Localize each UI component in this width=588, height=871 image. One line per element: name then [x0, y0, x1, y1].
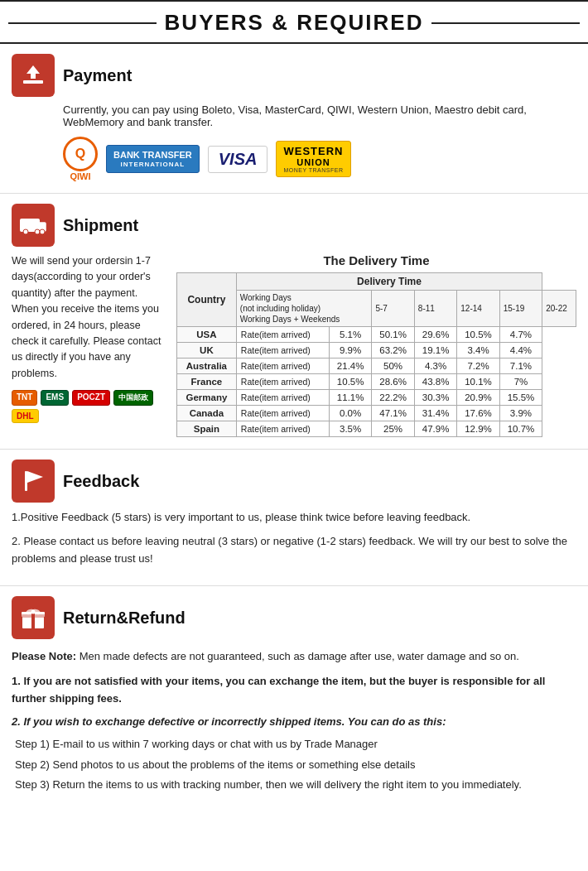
table-row: GermanyRate(item arrived)11.1%22.2%30.3%…	[177, 390, 576, 406]
svg-point-8	[40, 229, 45, 234]
rate-value-cell: 22.2%	[372, 390, 414, 406]
feedback-content: 1.Positive Feedback (5 stars) is very im…	[12, 509, 576, 567]
table-row: SpainRate(item arrived)3.5%25%47.9%12.9%…	[177, 421, 576, 437]
rate-value-cell: 50%	[372, 359, 414, 374]
rate-value-cell: 20.9%	[457, 390, 499, 406]
shipment-section: Shipment We will send your ordersin 1-7 …	[0, 194, 588, 450]
page-header: BUYERS & REQUIRED	[0, 0, 588, 44]
tnt-logo: TNT	[12, 390, 37, 406]
payment-icon-svg	[20, 62, 46, 89]
rate-value-cell: 30.3%	[414, 390, 456, 406]
rate-value-cell: 43.8%	[414, 374, 456, 390]
return-point1: 1. If you are not satisfied with your it…	[12, 672, 576, 708]
rate-value-cell: 4.3%	[414, 359, 456, 374]
rate-value-cell: 7%	[499, 374, 542, 390]
rate-value-cell: 28.6%	[372, 374, 414, 390]
western-union-logo: WESTERN UNION MONEY TRANSFER	[276, 141, 350, 177]
rate-value-cell: 47.1%	[372, 406, 414, 421]
svg-point-6	[23, 229, 28, 234]
shipment-right: The Delivery Time Country Delivery Time …	[176, 253, 576, 437]
return-icon-svg	[19, 604, 47, 632]
wu-name-label: UNION	[283, 157, 343, 167]
return-note-label: Please Note:	[12, 650, 76, 662]
rate-value-cell: 17.6%	[457, 406, 499, 421]
qiwi-label: QIWI	[70, 171, 90, 181]
header-line-right	[431, 22, 580, 24]
shipment-icon-svg	[19, 211, 47, 239]
poczt-logo: POCZT	[72, 390, 110, 406]
rate-value-cell: 12.9%	[457, 421, 499, 437]
visa-logo: VISA	[208, 146, 268, 173]
rate-type-cell: Rate(item arrived)	[236, 390, 329, 406]
feedback-section: Feedback 1.Positive Feedback (5 stars) i…	[0, 450, 588, 586]
return-refund-section: Return&Refund Please Note: Men made defe…	[0, 586, 588, 807]
wu-top-label: WESTERN	[283, 145, 343, 157]
payment-logos: Q QIWI BANK TRANSFER INTERNATIONAL VISA …	[63, 137, 576, 181]
svg-rect-0	[23, 80, 43, 84]
return-step1: Step 1) E-mail to us within 7 working da…	[15, 735, 576, 753]
table-row: USARate(item arrived)5.1%50.1%29.6%10.5%…	[177, 327, 576, 343]
range-5-7: 5-7	[372, 291, 414, 327]
return-point2: 2. If you wish to exchange defective or …	[12, 713, 576, 730]
rate-type-cell: Rate(item arrived)	[236, 421, 329, 437]
rate-value-cell: 10.1%	[457, 374, 499, 390]
range-20-22: 20-22	[542, 291, 576, 327]
country-cell: Germany	[177, 390, 237, 406]
rate-value-cell: 4.7%	[499, 327, 542, 343]
wu-sub-label: MONEY TRANSFER	[283, 167, 343, 173]
rate-value-cell: 10.7%	[499, 421, 542, 437]
svg-marker-1	[27, 65, 40, 79]
bank-transfer-logo: BANK TRANSFER INTERNATIONAL	[106, 145, 200, 174]
table-row: AustraliaRate(item arrived)21.4%50%4.3%7…	[177, 359, 576, 374]
svg-rect-15	[22, 614, 45, 618]
qiwi-circle: Q	[63, 137, 98, 171]
shipment-body-text: We will send your ordersin 1-7 days(acco…	[12, 253, 165, 382]
rate-value-cell: 3.5%	[329, 421, 371, 437]
return-title: Return&Refund	[63, 609, 186, 628]
rate-value-cell: 3.9%	[499, 406, 542, 421]
return-note: Please Note: Men made defects are not gu…	[12, 647, 576, 665]
feedback-icon	[12, 460, 55, 503]
bank-sub-label: INTERNATIONAL	[113, 161, 192, 169]
rate-value-cell: 11.1%	[329, 390, 371, 406]
col-country: Country	[177, 273, 237, 327]
rate-value-cell: 47.9%	[414, 421, 456, 437]
rate-value-cell: 10.5%	[329, 374, 371, 390]
country-cell: Australia	[177, 359, 237, 374]
return-title-row: Return&Refund	[12, 596, 576, 639]
rate-value-cell: 5.1%	[329, 327, 371, 343]
return-icon	[12, 596, 55, 639]
shipment-icon	[12, 204, 55, 247]
svg-rect-10	[25, 471, 27, 491]
shipment-left: We will send your ordersin 1-7 days(acco…	[12, 253, 165, 437]
rate-value-cell: 4.4%	[499, 343, 542, 359]
visa-label: VISA	[219, 150, 258, 168]
payment-title-row: Payment	[12, 54, 576, 97]
country-cell: Spain	[177, 421, 237, 437]
feedback-title: Feedback	[63, 472, 139, 491]
table-row: UKRate(item arrived)9.9%63.2%19.1%3.4%4.…	[177, 343, 576, 359]
range-15-19: 15-19	[499, 291, 542, 327]
svg-marker-11	[27, 471, 43, 483]
payment-content: Currently, you can pay using Boleto, Vis…	[63, 103, 576, 181]
feedback-icon-svg	[18, 466, 48, 496]
rate-value-cell: 15.5%	[499, 390, 542, 406]
svg-point-18	[31, 610, 36, 614]
chinapost-logo: 中国邮政	[113, 390, 153, 406]
rate-value-cell: 7.1%	[499, 359, 542, 374]
rate-value-cell: 25%	[372, 421, 414, 437]
bank-label: BANK TRANSFER	[113, 149, 192, 161]
delivery-title: The Delivery Time	[176, 253, 576, 267]
range-8-11: 8-11	[414, 291, 456, 327]
rate-value-cell: 9.9%	[329, 343, 371, 359]
country-cell: France	[177, 374, 237, 390]
rate-value-cell: 10.5%	[457, 327, 499, 343]
return-content: Please Note: Men made defects are not gu…	[12, 647, 576, 793]
shipment-title-row: Shipment	[12, 204, 576, 247]
range-12-14: 12-14	[457, 291, 499, 327]
carrier-logos: TNT EMS POCZT 中国邮政 DHL	[12, 390, 165, 423]
rate-value-cell: 3.4%	[457, 343, 499, 359]
col-delivery-time: Delivery Time	[236, 273, 542, 291]
return-step3: Step 3) Return the items to us with trac…	[15, 776, 576, 793]
sub-header-days: Working Days(not including holiday)Worki…	[236, 291, 372, 327]
